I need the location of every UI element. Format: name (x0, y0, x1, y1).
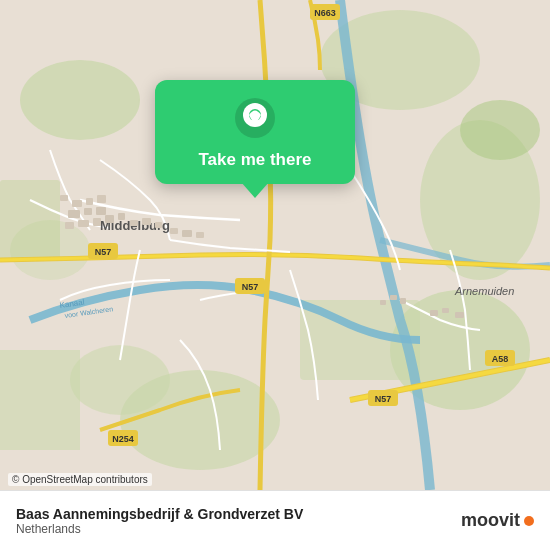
svg-rect-51 (442, 308, 449, 313)
svg-rect-37 (78, 220, 89, 227)
info-bar: Baas Aannemingsbedrijf & Grondverzet BV … (0, 490, 550, 550)
svg-text:Arnemuiden: Arnemuiden (454, 285, 514, 297)
svg-point-11 (460, 100, 540, 160)
svg-text:N57: N57 (375, 394, 392, 404)
svg-rect-29 (60, 195, 68, 201)
svg-rect-43 (155, 222, 162, 228)
svg-text:N57: N57 (242, 282, 259, 292)
svg-rect-44 (170, 228, 178, 234)
svg-rect-46 (196, 232, 204, 238)
svg-rect-31 (86, 198, 93, 205)
svg-text:A58: A58 (492, 354, 509, 364)
svg-rect-34 (84, 208, 92, 215)
svg-rect-12 (0, 180, 60, 260)
svg-text:N254: N254 (112, 434, 134, 444)
svg-rect-47 (380, 300, 386, 305)
svg-rect-36 (65, 222, 74, 229)
svg-rect-38 (93, 218, 101, 226)
svg-point-2 (20, 60, 140, 140)
svg-rect-32 (97, 195, 106, 203)
svg-rect-52 (455, 312, 464, 318)
osm-attribution: © OpenStreetMap contributors (8, 473, 152, 486)
svg-rect-48 (390, 295, 397, 300)
svg-rect-39 (105, 215, 114, 223)
svg-text:N663: N663 (314, 8, 336, 18)
svg-rect-30 (72, 200, 82, 207)
svg-rect-49 (400, 298, 406, 304)
moovit-logo-dot (524, 516, 534, 526)
svg-rect-50 (430, 310, 438, 316)
map-container: N57 N57 N57 A58 N663 N254 Middelburg Arn… (0, 0, 550, 490)
svg-rect-40 (118, 213, 125, 220)
svg-text:N57: N57 (95, 247, 112, 257)
svg-rect-42 (142, 218, 151, 225)
moovit-logo: moovit (461, 510, 534, 531)
svg-rect-35 (96, 207, 106, 215)
business-country: Netherlands (16, 522, 303, 536)
business-name: Baas Aannemingsbedrijf & Grondverzet BV (16, 506, 303, 522)
svg-rect-8 (0, 350, 80, 450)
svg-rect-41 (130, 220, 138, 226)
take-me-there-button[interactable]: Take me there (198, 150, 311, 170)
moovit-logo-text: moovit (461, 510, 520, 531)
svg-rect-33 (68, 210, 80, 218)
svg-rect-45 (182, 230, 192, 237)
popup-card[interactable]: Take me there (155, 80, 355, 184)
location-pin-icon (233, 96, 277, 140)
attribution-text: © OpenStreetMap contributors (12, 474, 148, 485)
business-info: Baas Aannemingsbedrijf & Grondverzet BV … (16, 506, 303, 536)
